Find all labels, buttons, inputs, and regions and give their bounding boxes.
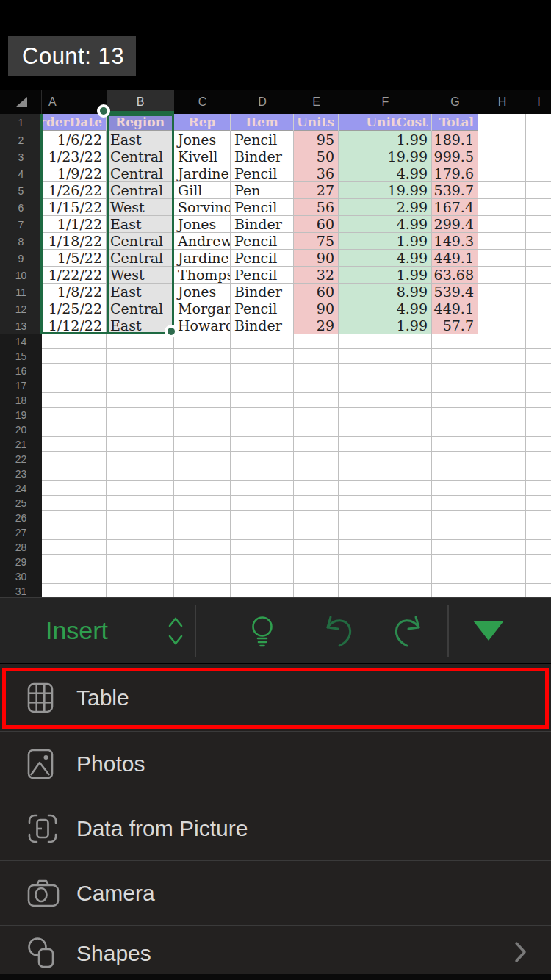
cell[interactable]: 2.99 (339, 199, 432, 216)
cell[interactable] (526, 408, 551, 422)
cell[interactable] (432, 466, 478, 481)
cell[interactable] (107, 334, 174, 349)
cell[interactable] (339, 334, 432, 349)
cell[interactable] (339, 511, 432, 525)
header-cell[interactable]: UnitCost (339, 114, 432, 131)
cell[interactable] (174, 584, 231, 597)
cell[interactable]: 1/5/22 (42, 250, 107, 267)
cell[interactable] (294, 540, 339, 555)
cell[interactable] (107, 466, 174, 481)
cell[interactable] (478, 216, 526, 233)
cell[interactable] (478, 349, 526, 364)
row-header-10[interactable]: 10 (0, 267, 42, 284)
cell[interactable] (294, 569, 339, 584)
header-cell[interactable]: OrderDate (42, 114, 107, 131)
cell[interactable] (174, 511, 231, 525)
cell[interactable]: 36 (294, 165, 339, 182)
cell[interactable] (294, 349, 339, 364)
cell[interactable] (174, 555, 231, 569)
cell[interactable]: 50 (294, 148, 339, 165)
cell[interactable] (478, 422, 526, 437)
menu-item-photos[interactable]: Photos (0, 731, 551, 796)
cell[interactable] (107, 422, 174, 437)
cell[interactable] (294, 452, 339, 466)
cell[interactable] (478, 378, 526, 393)
cell[interactable]: 1.99 (339, 233, 432, 250)
cell[interactable] (42, 555, 107, 569)
cell[interactable]: Pencil (231, 199, 294, 216)
cell[interactable] (526, 555, 551, 569)
cell[interactable]: 449.1 (432, 300, 478, 317)
cell[interactable] (432, 511, 478, 525)
cell[interactable] (107, 569, 174, 584)
insert-tab-button[interactable]: Insert (46, 598, 108, 663)
cell[interactable] (526, 284, 551, 300)
cell[interactable] (42, 408, 107, 422)
cell[interactable] (339, 555, 432, 569)
ideas-lightbulb-button[interactable] (245, 614, 279, 649)
cell[interactable] (107, 584, 174, 597)
cell[interactable] (478, 165, 526, 182)
cell[interactable]: 8.99 (339, 284, 432, 300)
cell[interactable] (231, 525, 294, 540)
cell[interactable] (526, 437, 551, 452)
cell[interactable] (339, 349, 432, 364)
cell[interactable] (339, 452, 432, 466)
cell[interactable] (42, 540, 107, 555)
cell[interactable] (174, 393, 231, 408)
column-header-h[interactable]: H (478, 90, 526, 114)
cell[interactable] (294, 511, 339, 525)
cell[interactable] (107, 555, 174, 569)
cell[interactable]: 539.4 (432, 284, 478, 300)
cell[interactable] (526, 334, 551, 349)
cell[interactable]: 32 (294, 267, 339, 284)
cell[interactable] (339, 481, 432, 496)
cell[interactable]: Pencil (231, 250, 294, 267)
cell[interactable] (526, 114, 551, 131)
menu-item-table[interactable]: Table (0, 664, 551, 731)
cell[interactable]: Binder (231, 216, 294, 233)
cell[interactable] (339, 584, 432, 597)
cell[interactable] (478, 569, 526, 584)
column-header-c[interactable]: C (174, 90, 231, 114)
cell[interactable]: 1/1/22 (42, 216, 107, 233)
cell[interactable] (339, 422, 432, 437)
undo-button[interactable] (318, 613, 356, 649)
cell[interactable]: Pencil (231, 131, 294, 148)
cell[interactable]: 4.99 (339, 300, 432, 317)
cell[interactable]: Pen (231, 182, 294, 199)
collapse-ribbon-button[interactable] (473, 620, 504, 641)
row-header-9[interactable]: 9 (0, 250, 42, 267)
cell[interactable] (294, 555, 339, 569)
cell[interactable] (42, 437, 107, 452)
header-cell[interactable]: Item (231, 114, 294, 131)
cell[interactable] (432, 584, 478, 597)
cell[interactable] (339, 540, 432, 555)
cell[interactable] (432, 496, 478, 511)
cell[interactable]: Jardine (174, 165, 231, 182)
cell[interactable] (432, 569, 478, 584)
header-cell[interactable]: Units (294, 114, 339, 131)
cell[interactable] (526, 317, 551, 334)
cell[interactable] (231, 349, 294, 364)
cell[interactable] (478, 199, 526, 216)
cell[interactable] (478, 393, 526, 408)
cell[interactable] (432, 334, 478, 349)
cell[interactable] (231, 437, 294, 452)
row-header-30[interactable]: 30 (0, 569, 42, 584)
cell[interactable] (174, 466, 231, 481)
cell[interactable]: Pencil (231, 267, 294, 284)
cell[interactable]: Thomps (174, 267, 231, 284)
cell[interactable] (174, 481, 231, 496)
cell[interactable] (339, 466, 432, 481)
cell[interactable] (231, 422, 294, 437)
cell[interactable] (526, 511, 551, 525)
cell[interactable] (294, 584, 339, 597)
cell[interactable] (526, 466, 551, 481)
cell[interactable] (339, 525, 432, 540)
cell[interactable] (174, 525, 231, 540)
cell[interactable] (478, 114, 526, 131)
cell[interactable] (231, 481, 294, 496)
cell[interactable]: 189.1 (432, 131, 478, 148)
cell[interactable] (42, 466, 107, 481)
